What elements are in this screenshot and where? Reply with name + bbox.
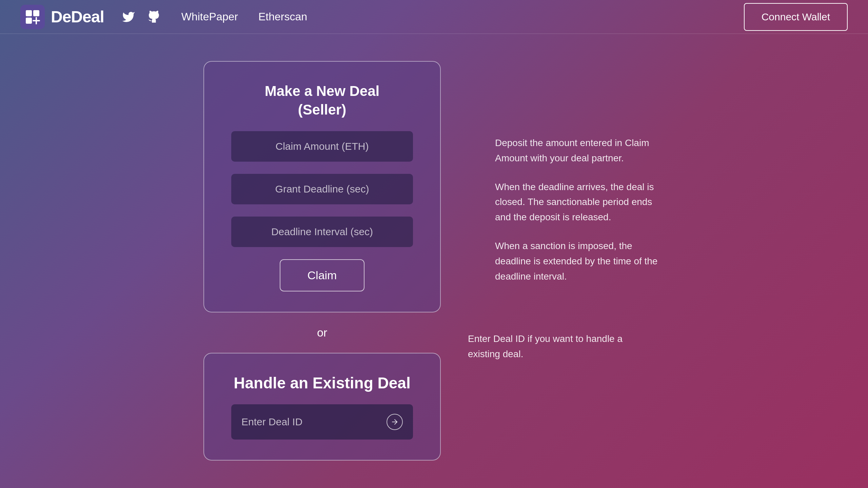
svg-rect-2 xyxy=(26,18,32,24)
new-deal-info-panel: Deposit the amount entered in Claim Amou… xyxy=(495,61,665,298)
deal-id-placeholder: Enter Deal ID xyxy=(241,416,302,428)
grant-deadline-input[interactable] xyxy=(231,174,413,204)
app-name: DeDeal xyxy=(51,7,104,26)
twitter-icon[interactable] xyxy=(121,9,136,24)
logo-area: DeDeal xyxy=(20,5,104,29)
info-paragraph-2: When the deadline arrives, the deal is c… xyxy=(495,180,665,225)
svg-rect-1 xyxy=(33,10,39,16)
info-paragraph-3: When a sanction is imposed, the deadline… xyxy=(495,239,665,284)
existing-deal-info-panel: Enter Deal ID if you want to handle a ex… xyxy=(468,298,637,375)
existing-deal-card: Handle an Existing Deal Enter Deal ID xyxy=(203,353,441,461)
whitepaper-link[interactable]: WhitePaper xyxy=(181,11,238,23)
enter-deal-id-input[interactable]: Enter Deal ID xyxy=(231,404,413,440)
or-divider: or xyxy=(317,326,327,339)
etherscan-link[interactable]: Etherscan xyxy=(258,11,307,23)
new-deal-title: Make a New Deal(Seller) xyxy=(265,82,380,119)
connect-wallet-button[interactable]: Connect Wallet xyxy=(744,3,848,31)
logo-icon xyxy=(20,5,45,29)
deadline-interval-input[interactable] xyxy=(231,217,413,247)
new-deal-card: Make a New Deal(Seller) Claim xyxy=(203,61,441,312)
existing-deal-title: Handle an Existing Deal xyxy=(234,374,410,392)
social-icons xyxy=(121,9,161,24)
nav-links: WhitePaper Etherscan xyxy=(181,11,307,23)
github-icon[interactable] xyxy=(146,9,161,24)
arrow-circle-icon xyxy=(387,414,403,430)
claim-button[interactable]: Claim xyxy=(280,259,365,291)
info-paragraph-1: Deposit the amount entered in Claim Amou… xyxy=(495,136,665,166)
existing-deal-info-text: Enter Deal ID if you want to handle a ex… xyxy=(468,331,637,362)
svg-rect-0 xyxy=(26,10,32,16)
main-column: Make a New Deal(Seller) Claim or Handle … xyxy=(203,61,441,461)
claim-amount-input[interactable] xyxy=(231,131,413,162)
